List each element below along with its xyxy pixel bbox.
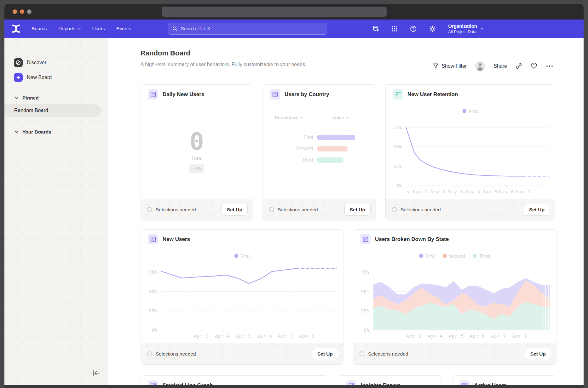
nav-menu: Boards Reports Users Events <box>32 26 131 31</box>
nav-item-users[interactable]: Users <box>92 26 105 31</box>
y-axis-label: 50% <box>355 289 370 294</box>
x-axis-label: Apr 6 <box>470 334 485 339</box>
status-text: Selections needed <box>401 207 520 213</box>
section-label: Your Boards <box>22 129 51 135</box>
line-chart-icon <box>360 234 371 244</box>
chevron-down-icon <box>15 131 19 134</box>
legend-chip-icon <box>463 109 466 113</box>
org-project: All Project Data <box>448 29 477 34</box>
dropdown-triangle-icon: ▾ <box>346 116 348 120</box>
collapse-sidebar-icon[interactable] <box>91 369 101 377</box>
x-axis-label: Day 7 <box>515 189 530 194</box>
legend-chip-icon <box>234 254 238 258</box>
org-switcher[interactable]: Organization All Project Data <box>448 23 484 34</box>
breakdown-label: Breakdown <box>275 115 298 120</box>
value-bar <box>317 146 348 151</box>
share-button[interactable]: Share <box>493 63 507 69</box>
status-circle-icon <box>147 207 152 212</box>
breakdown-dropdown[interactable]: Breakdown ▾ <box>275 115 303 120</box>
chart-plot-area: 75%50%25%0%Apr 3Apr 4Apr 5Apr 6Apr 7Apr … <box>161 264 337 330</box>
chart-legend: FirstSecondThird <box>353 253 556 259</box>
value-dropdown[interactable]: Value ▾ <box>332 115 348 120</box>
nav-item-label: Events <box>116 26 131 31</box>
settings-gear-icon[interactable] <box>429 25 436 32</box>
users-by-state-chart: FirstSecondThird75%50%25%0%Apr 3Apr 4Apr… <box>353 249 556 343</box>
status-text: Selections needed <box>156 351 308 357</box>
card-insights-report: Insights Report <box>339 375 442 385</box>
avatar[interactable] <box>475 61 485 71</box>
sidebar-item-discover[interactable]: Discover <box>14 58 46 67</box>
nav-item-label: Boards <box>32 26 47 31</box>
card-title: New User Retention <box>407 91 458 98</box>
more-options-icon[interactable] <box>546 65 553 67</box>
status-text: Selections needed <box>156 207 218 213</box>
search-input[interactable]: Search ⌘ + K <box>168 23 327 35</box>
zoom-window-button[interactable] <box>27 9 32 14</box>
set-up-button[interactable]: Set Up <box>525 348 551 360</box>
set-up-button[interactable]: Set Up <box>524 204 550 216</box>
favorite-heart-icon[interactable] <box>531 63 537 69</box>
status-circle-icon <box>392 207 397 212</box>
copy-link-icon[interactable] <box>516 63 522 69</box>
legend-chip-icon <box>473 254 476 258</box>
card-title: Users by Country <box>285 91 329 98</box>
sidebar-section-your-boards[interactable]: Your Boards <box>15 129 51 135</box>
main-content: Random Board A high-level summary of use… <box>108 38 584 385</box>
projection-hatch <box>544 278 550 330</box>
set-up-button[interactable]: Set Up <box>344 204 371 216</box>
legend-chip-icon <box>419 254 423 258</box>
chart-legend: First <box>386 108 555 114</box>
x-axis-label: < Day 1 <box>407 189 428 194</box>
legend-label: First <box>469 108 478 114</box>
minimize-window-button[interactable] <box>20 9 24 14</box>
window-bottom-edge <box>4 385 584 388</box>
sidebar-item-label: New Board <box>27 75 52 80</box>
sidebar-item-random-board[interactable]: Random Board <box>4 104 101 117</box>
row-label: Second <box>263 146 313 151</box>
status-circle-icon <box>269 207 274 212</box>
apps-grid-icon[interactable] <box>392 26 398 32</box>
traffic-lights <box>13 9 32 14</box>
card-new-users: New Users First75%50%25%0%Apr 3Apr 4Apr … <box>141 229 343 365</box>
y-axis-label: 25% <box>143 308 157 313</box>
metric-value: 0 <box>190 130 204 154</box>
x-axis-label: Apr 6 <box>257 334 272 339</box>
chevron-down-icon <box>480 27 484 30</box>
value-bar <box>317 135 355 140</box>
card-title: Active Users <box>474 382 507 385</box>
x-axis-label: Apr 8 <box>299 334 314 339</box>
browser-window: Boards Reports Users Events Search ⌘ + K <box>4 4 584 385</box>
card-title: Users Broken Down By State <box>375 236 449 243</box>
help-icon[interactable] <box>410 25 417 32</box>
line-chart-icon <box>148 380 158 385</box>
mixpanel-logo[interactable] <box>11 24 21 33</box>
nav-item-label: Reports <box>58 26 75 31</box>
search-placeholder: Search ⌘ + K <box>181 26 210 31</box>
delta-badge: ↑0% <box>189 164 204 173</box>
top-navbar: Boards Reports Users Events Search ⌘ + K <box>4 20 584 38</box>
y-axis-label: 25% <box>355 308 370 313</box>
legend-item: Second <box>443 253 465 259</box>
list-item: Third <box>263 157 376 163</box>
y-axis-label: 0% <box>355 328 370 333</box>
set-up-button[interactable]: Set Up <box>312 348 338 360</box>
data-management-icon[interactable] <box>372 25 380 32</box>
y-axis-label: 50% <box>143 289 157 294</box>
legend-chip-icon <box>443 254 447 258</box>
sidebar-item-new-board[interactable]: New Board <box>14 73 52 82</box>
sidebar-section-pinned[interactable]: Pinned <box>15 95 39 101</box>
legend-label: First <box>240 253 250 259</box>
nav-item-reports[interactable]: Reports <box>58 26 81 31</box>
nav-item-boards[interactable]: Boards <box>32 26 47 31</box>
y-axis-label: 50% <box>388 144 402 149</box>
row-label: Third <box>263 157 313 163</box>
show-filter-button[interactable]: Show Filter <box>433 63 467 69</box>
address-bar[interactable] <box>162 7 387 17</box>
card-title: Daily New Users <box>163 91 204 98</box>
card-stacked-line-graph: Stacked Line Graph <box>141 375 328 385</box>
x-axis-label: Apr 8 <box>512 334 527 339</box>
sidebar-item-label: Discover <box>27 60 46 66</box>
close-window-button[interactable] <box>13 9 17 14</box>
set-up-button[interactable]: Set Up <box>222 204 248 216</box>
nav-item-events[interactable]: Events <box>116 26 131 31</box>
